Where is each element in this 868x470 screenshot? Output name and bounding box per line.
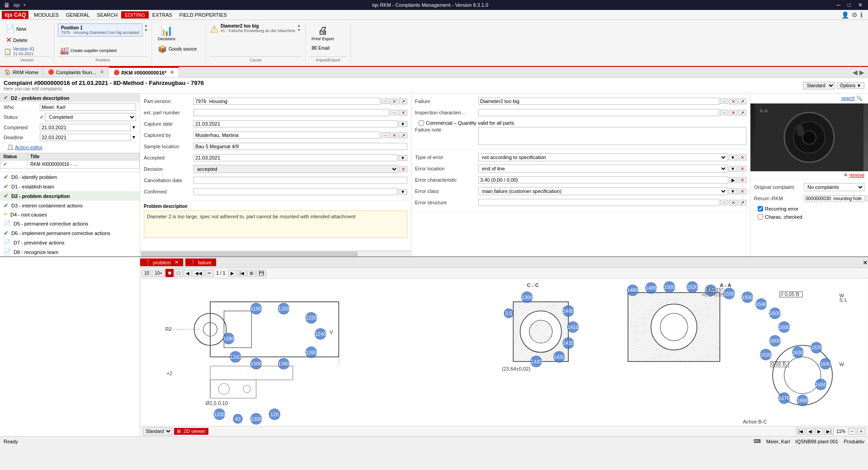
tab-complaints[interactable]: 🔴 Complaints foun... ✕ xyxy=(43,67,109,77)
error-class-select[interactable]: main failure (customer specification) xyxy=(478,187,727,195)
toolbar-grid-btn[interactable]: ⊞ xyxy=(247,270,255,277)
zoom-in-btn[interactable]: + xyxy=(857,428,865,435)
print-export-button[interactable]: 🖨 Print/ Export xyxy=(309,24,336,42)
email-button[interactable]: ✉ Email xyxy=(309,43,332,52)
version-number[interactable]: Version #1 xyxy=(13,47,34,52)
decision-select[interactable]: accepted xyxy=(193,165,398,173)
type-error-clear-btn[interactable]: ✕ xyxy=(738,155,746,160)
close-button[interactable]: ✕ xyxy=(856,2,864,8)
deadline-input[interactable] xyxy=(40,134,131,141)
viewer-tab-problem[interactable]: ❓ problem ✕ xyxy=(140,258,184,266)
cause-scroll-down[interactable]: ▼ xyxy=(297,28,301,33)
error-char-clear-btn[interactable]: ✕ xyxy=(738,177,746,183)
step-D1[interactable]: ✔ D1 - establish team xyxy=(0,182,140,191)
captured-by-arrow-btn[interactable]: ↗ xyxy=(399,132,407,138)
toolbar-scissors-btn[interactable]: ✂ xyxy=(205,270,213,277)
error-class-dropdown-btn[interactable]: ▼ xyxy=(728,188,737,194)
step-D4[interactable]: ✏ D4 - root causes xyxy=(0,210,140,219)
step-D6[interactable]: ✔ D6 - implement permanent corrective ac… xyxy=(0,228,140,238)
accepted-input[interactable] xyxy=(193,154,397,161)
step-D5[interactable]: 📄 D5 - permanent corrective actions xyxy=(0,219,140,228)
step-D2[interactable]: ✔ D2 - problem description xyxy=(0,191,140,201)
step-D8[interactable]: 📄 D8 - recognize team xyxy=(0,247,140,256)
failure-dots-btn[interactable]: ··· xyxy=(720,99,728,104)
error-struct-clear-btn[interactable]: ✕ xyxy=(729,200,737,206)
decisions-button[interactable]: 📊 Decisions xyxy=(156,24,178,42)
action-editor-link[interactable]: 📋 Action editor xyxy=(4,143,136,151)
capture-date-input[interactable] xyxy=(193,120,397,127)
toolbar-color-btn[interactable]: ■ xyxy=(165,269,174,277)
ribbon-delete-button[interactable]: ✕ Delete xyxy=(4,35,30,45)
position-item[interactable]: Position 1 7976 · Housing Diameter2 too … xyxy=(58,24,142,37)
viewer-close-btn[interactable]: ✕ xyxy=(863,259,868,266)
zoom-out-btn[interactable]: − xyxy=(848,428,856,435)
menu-editing[interactable]: EDITING xyxy=(121,11,149,19)
error-loc-dropdown-btn[interactable]: ▼ xyxy=(728,166,737,172)
recur-dots-btn[interactable]: ··· xyxy=(866,196,868,201)
goods-source-button[interactable]: 📦 Goods source xyxy=(156,43,199,55)
decision-clear-btn[interactable]: ✕ xyxy=(399,166,407,172)
status-select[interactable]: Completed xyxy=(45,113,136,121)
captured-by-clear-btn[interactable]: ✕ xyxy=(390,132,398,138)
zoom-last-btn[interactable]: ▶| xyxy=(824,428,834,435)
cancellation-input[interactable] xyxy=(193,177,407,184)
type-of-error-select[interactable]: not according to specification xyxy=(478,153,727,161)
accepted-dropdown-btn[interactable]: ▼ xyxy=(398,155,407,161)
error-struct-arrow-btn[interactable]: ↗ xyxy=(738,200,746,206)
error-struct-dots-btn[interactable]: ··· xyxy=(720,200,728,205)
error-class-clear-btn[interactable]: ✕ xyxy=(738,188,746,194)
part-version-dots-btn[interactable]: ··· xyxy=(381,99,389,104)
confirmed-dropdown-btn[interactable]: ▼ xyxy=(398,189,407,195)
menu-general[interactable]: GENERAL xyxy=(62,11,94,19)
toolbar-square-btn[interactable]: □ xyxy=(175,269,183,277)
charac-checked-checkbox[interactable] xyxy=(758,214,763,220)
error-structure-input[interactable] xyxy=(478,199,719,206)
zoom-prev-btn[interactable]: ◀ xyxy=(806,428,814,435)
inspection-char-input[interactable] xyxy=(478,109,719,116)
zoom-next-btn[interactable]: ▶ xyxy=(815,428,823,435)
position-scroll[interactable]: ▲ ▼ xyxy=(144,24,148,32)
confirmed-input[interactable] xyxy=(193,188,397,195)
tab-active[interactable]: 🔴 RKM #0000000016* ✕ xyxy=(109,67,179,77)
create-supplier-button[interactable]: 🏭 Create supplier complaint xyxy=(58,45,119,56)
menu-modules[interactable]: MODULES xyxy=(30,11,62,19)
error-char-arrow-btn[interactable]: ▶ xyxy=(729,177,737,183)
sample-location-input[interactable] xyxy=(193,143,407,150)
toolbar-first-btn[interactable]: |◀ xyxy=(237,270,247,277)
menu-field-properties[interactable]: FIELD PROPERTIES xyxy=(176,11,231,19)
options-button[interactable]: Options ▼ xyxy=(837,82,864,89)
scroll-up-arrow[interactable]: ▲ xyxy=(144,24,148,28)
failure-note-textarea[interactable] xyxy=(478,127,746,145)
tab-nav-right[interactable]: ▶ xyxy=(859,69,864,76)
toolbar-10-btn[interactable]: 10 xyxy=(142,270,151,277)
toolbar-10plus-btn[interactable]: 10+ xyxy=(152,270,165,277)
insp-arrow-btn[interactable]: ↗ xyxy=(738,110,746,116)
zoom-first-btn[interactable]: |◀ xyxy=(796,428,806,435)
tab-nav-left[interactable]: ◀ xyxy=(853,69,858,76)
toolbar-prev-btn[interactable]: ◀ xyxy=(184,270,192,277)
deadline-dropdown-icon[interactable]: ▼ xyxy=(132,135,136,140)
minimize-button[interactable]: ─ xyxy=(835,2,842,8)
captured-by-input[interactable] xyxy=(193,132,380,139)
part-version-clear-btn[interactable]: ✕ xyxy=(390,99,398,104)
recur-rkm-input[interactable] xyxy=(804,195,865,202)
viewer-standard-select[interactable]: Standard xyxy=(143,428,172,435)
part-version-input[interactable] xyxy=(193,98,380,105)
completed-dropdown-icon[interactable]: ▼ xyxy=(132,125,136,130)
ext-part-clear-btn[interactable]: ✕ xyxy=(399,110,407,116)
remove-link[interactable]: remove xyxy=(849,172,864,178)
failure-arrow-btn[interactable]: ↗ xyxy=(738,99,746,104)
ext-part-input[interactable] xyxy=(193,109,389,116)
ribbon-new-button[interactable]: 📄 New xyxy=(4,24,28,34)
table-row[interactable]: ✔ RKM #0000000016 - ... xyxy=(0,160,140,169)
who-input[interactable] xyxy=(40,103,136,111)
completed-input[interactable] xyxy=(40,124,131,131)
tab-active-close[interactable]: ✕ xyxy=(170,70,174,75)
view-select[interactable]: Standard xyxy=(803,82,835,89)
capture-date-dropdown-btn[interactable]: ▼ xyxy=(398,121,407,127)
failure-input[interactable] xyxy=(478,98,719,105)
maximize-button[interactable]: □ xyxy=(846,2,853,8)
error-char-input[interactable] xyxy=(478,176,728,183)
horizontal-scrollbar[interactable] xyxy=(140,251,411,256)
error-location-select[interactable]: end of line xyxy=(478,164,727,173)
